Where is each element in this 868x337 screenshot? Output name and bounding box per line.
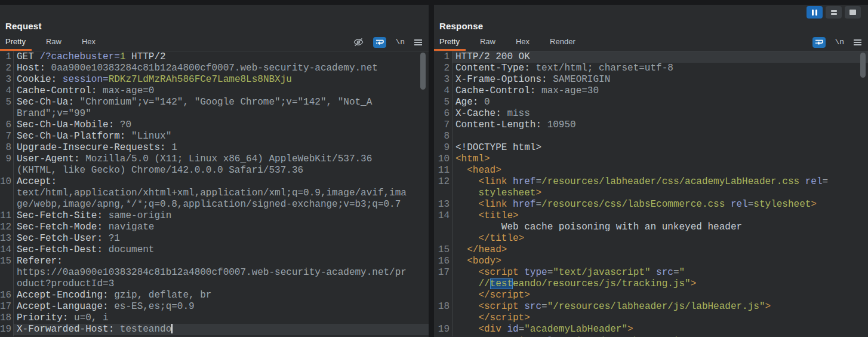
code-row: 17 <script type="text/javascript" src=" — [434, 267, 868, 278]
code-row: 13 <link href=/resources/css/labsEcommer… — [434, 199, 868, 210]
code-row: stylesheet> — [434, 188, 868, 199]
response-tabs: Pretty Raw Hex Render \n — [434, 33, 868, 51]
code-row: 14Sec-Fetch-Dest: document — [0, 244, 429, 256]
newline-icon[interactable]: \n — [835, 38, 844, 47]
code-row: 3X-Frame-Options: SAMEORIGIN — [434, 74, 868, 85]
response-panel: Response Pretty Raw Hex Render \n 1HTTP/… — [434, 5, 868, 337]
line-number: 17 — [434, 267, 453, 278]
code-row: 3Cookie: session=RDKz7LdMzRAh586FCe7Lame… — [0, 74, 429, 85]
code-row: </title> — [434, 233, 868, 244]
code-row: //testeando/resources/js/tracking.js"> — [434, 278, 868, 290]
tab-response-pretty[interactable]: Pretty — [434, 33, 466, 51]
line-number — [434, 222, 453, 233]
view-layout-buttons — [807, 6, 861, 19]
code-row: (KHTML, like Gecko) Chrome/142.0.0.0 Saf… — [0, 165, 429, 176]
request-panel: Request Pretty Raw Hex \n 1GET /?cachebu… — [0, 5, 429, 337]
text-cursor — [171, 324, 173, 333]
line-number: 20 — [0, 335, 14, 336]
line-number: 7 — [0, 131, 14, 142]
line-number — [434, 278, 453, 290]
tab-request-pretty[interactable]: Pretty — [0, 33, 32, 51]
code-row: 10Accept: — [0, 176, 429, 188]
line-number — [0, 165, 14, 176]
line-number: 18 — [434, 301, 453, 313]
newline-icon[interactable]: \n — [395, 38, 405, 47]
code-row: 6Sec-Ch-Ua-Mobile: ?0 — [0, 120, 429, 131]
response-editor[interactable]: 1HTTP/2 200 OK2Content-Type: text/html; … — [434, 51, 868, 336]
line-number: 17 — [0, 301, 14, 313]
code-row: 4Cache-Control: max-age=0 — [0, 85, 429, 97]
line-number — [0, 108, 14, 120]
response-scrollbar[interactable] — [860, 53, 866, 78]
code-row: Web cache poisoning with an unkeyed head… — [434, 222, 868, 233]
code-row: 19 <div id="academyLabHeader"> — [434, 324, 868, 335]
line-number: 9 — [434, 142, 453, 154]
request-tabs: Pretty Raw Hex \n — [0, 33, 429, 51]
tab-request-raw[interactable]: Raw — [40, 33, 67, 51]
line-number: 4 — [434, 85, 453, 97]
request-title: Request — [5, 21, 42, 31]
line-number: 15 — [0, 256, 14, 267]
menu-icon[interactable] — [414, 39, 423, 46]
line-number: 5 — [0, 97, 14, 108]
response-tab-icons: \n — [812, 33, 862, 51]
columns-layout-button[interactable] — [807, 6, 823, 19]
request-editor[interactable]: 1GET /?cachebuster=1 HTTP/22Host: 0aa900… — [0, 51, 429, 336]
code-row: 14 <title> — [434, 210, 868, 222]
tab-response-render[interactable]: Render — [544, 33, 581, 51]
code-row: 15 </head> — [434, 244, 868, 256]
line-number: 14 — [0, 244, 14, 256]
line-number: 12 — [434, 176, 453, 188]
line-number: 8 — [434, 131, 453, 142]
tab-request-hex[interactable]: Hex — [76, 33, 101, 51]
code-row: 2Host: 0aa900e10383284c81b12a4800cf0007.… — [0, 63, 429, 74]
tab-response-hex[interactable]: Hex — [510, 33, 535, 51]
code-row: 8 — [434, 131, 868, 142]
rows-layout-button[interactable] — [826, 6, 842, 19]
code-row: ge/webp,image/apng,*/*;q=0.8,application… — [0, 199, 429, 210]
line-number: 1 — [434, 51, 453, 63]
code-row: </script> — [434, 313, 868, 324]
code-row: 18 <script src="/resources/labheader/js/… — [434, 301, 868, 313]
tab-response-raw[interactable]: Raw — [474, 33, 501, 51]
code-row: 9<!DOCTYPE html> — [434, 142, 868, 154]
line-number: 19 — [0, 324, 14, 335]
line-number: 19 — [434, 324, 453, 335]
code-row: 5Age: 0 — [434, 97, 868, 108]
line-number: 3 — [0, 74, 14, 85]
line-number: 8 — [0, 142, 14, 154]
line-number — [0, 199, 14, 210]
eye-off-icon[interactable] — [353, 36, 364, 48]
code-row: 20 <section class='academyLabBanner'> — [434, 335, 868, 336]
code-row: 7Sec-Ch-Ua-Platform: "Linux" — [0, 131, 429, 142]
code-row: 15Referer: — [0, 256, 429, 267]
line-number: 16 — [434, 256, 453, 267]
request-header: Request — [0, 5, 429, 33]
line-number: 4 — [0, 85, 14, 97]
line-number: 13 — [0, 233, 14, 244]
line-number — [0, 267, 14, 278]
code-row: https://0aa900e10383284c81b12a4800cf0007… — [0, 267, 429, 278]
line-number — [434, 313, 453, 324]
code-row: 9User-Agent: Mozilla/5.0 (X11; Linux x86… — [0, 154, 429, 165]
request-tab-icons: \n — [353, 33, 423, 51]
request-scrollbar[interactable] — [420, 53, 426, 90]
code-row: 1GET /?cachebuster=1 HTTP/2 — [0, 51, 429, 63]
code-row: 10<html> — [434, 154, 868, 165]
line-number: 13 — [434, 199, 453, 210]
code-row: 1HTTP/2 200 OK — [434, 51, 868, 63]
code-row: 20 — [0, 335, 429, 336]
single-layout-button[interactable] — [845, 6, 861, 19]
menu-icon[interactable] — [853, 39, 862, 46]
code-row: 12 <link href=/resources/labheader/css/a… — [434, 176, 868, 188]
line-number: 12 — [0, 222, 14, 233]
line-number: 2 — [434, 63, 453, 74]
line-number: 14 — [434, 210, 453, 222]
line-number: 10 — [0, 176, 14, 188]
line-number — [434, 188, 453, 199]
word-wrap-icon[interactable] — [373, 37, 386, 48]
word-wrap-icon[interactable] — [812, 37, 826, 48]
code-row: 11 <head> — [434, 165, 868, 176]
code-row: oduct?productId=3 — [0, 278, 429, 290]
code-row: 16 <body> — [434, 256, 868, 267]
